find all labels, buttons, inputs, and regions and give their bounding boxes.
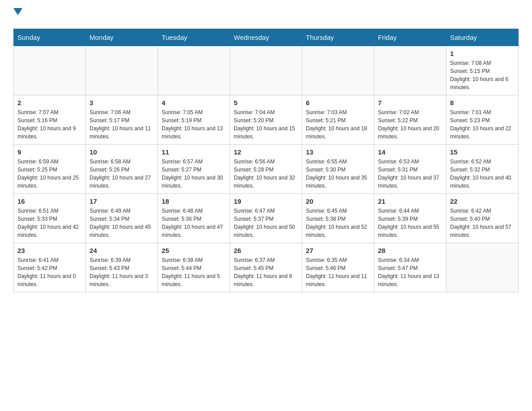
week-row-5: 23Sunrise: 6:41 AM Sunset: 5:42 PM Dayli…	[14, 243, 519, 292]
day-number: 19	[234, 197, 298, 205]
day-info: Sunrise: 7:04 AM Sunset: 5:20 PM Dayligh…	[234, 108, 298, 141]
page-header	[13, 9, 519, 20]
weekday-header-tuesday: Tuesday	[158, 29, 230, 46]
calendar-cell: 12Sunrise: 6:56 AM Sunset: 5:28 PM Dayli…	[230, 145, 302, 194]
day-info: Sunrise: 6:39 AM Sunset: 5:43 PM Dayligh…	[90, 256, 154, 288]
calendar-cell: 25Sunrise: 6:38 AM Sunset: 5:44 PM Dayli…	[158, 243, 230, 292]
day-number: 26	[234, 247, 298, 254]
day-number: 23	[17, 247, 82, 254]
day-info: Sunrise: 7:01 AM Sunset: 5:23 PM Dayligh…	[450, 108, 515, 141]
weekday-header-friday: Friday	[374, 29, 446, 46]
day-info: Sunrise: 6:55 AM Sunset: 5:30 PM Dayligh…	[306, 158, 370, 190]
day-info: Sunrise: 6:38 AM Sunset: 5:44 PM Dayligh…	[162, 256, 226, 288]
weekday-header-monday: Monday	[86, 29, 158, 46]
svg-marker-0	[13, 8, 22, 15]
day-info: Sunrise: 7:05 AM Sunset: 5:19 PM Dayligh…	[162, 108, 226, 141]
day-number: 10	[90, 148, 154, 156]
calendar-cell: 3Sunrise: 7:06 AM Sunset: 5:17 PM Daylig…	[86, 95, 158, 145]
week-row-4: 16Sunrise: 6:51 AM Sunset: 5:33 PM Dayli…	[14, 194, 519, 243]
day-number: 8	[450, 99, 515, 107]
calendar-cell: 28Sunrise: 6:34 AM Sunset: 5:47 PM Dayli…	[374, 243, 446, 292]
day-info: Sunrise: 7:06 AM Sunset: 5:17 PM Dayligh…	[90, 108, 154, 141]
calendar-cell	[158, 46, 230, 95]
calendar-cell	[86, 46, 158, 95]
day-number: 9	[17, 148, 82, 156]
calendar-cell: 7Sunrise: 7:02 AM Sunset: 5:22 PM Daylig…	[374, 95, 446, 145]
day-number: 20	[306, 197, 370, 205]
day-number: 2	[17, 99, 82, 107]
day-info: Sunrise: 6:41 AM Sunset: 5:42 PM Dayligh…	[17, 256, 82, 288]
day-info: Sunrise: 6:58 AM Sunset: 5:26 PM Dayligh…	[90, 158, 154, 190]
day-number: 14	[378, 148, 442, 156]
calendar-cell: 14Sunrise: 6:53 AM Sunset: 5:31 PM Dayli…	[374, 145, 446, 194]
day-number: 21	[378, 197, 442, 205]
calendar-cell: 8Sunrise: 7:01 AM Sunset: 5:23 PM Daylig…	[446, 95, 519, 145]
calendar-cell: 15Sunrise: 6:52 AM Sunset: 5:32 PM Dayli…	[446, 145, 519, 194]
day-info: Sunrise: 6:57 AM Sunset: 5:27 PM Dayligh…	[162, 158, 226, 190]
day-info: Sunrise: 6:52 AM Sunset: 5:32 PM Dayligh…	[450, 158, 515, 190]
day-info: Sunrise: 6:35 AM Sunset: 5:46 PM Dayligh…	[306, 256, 370, 288]
calendar-cell: 9Sunrise: 6:59 AM Sunset: 5:25 PM Daylig…	[14, 145, 86, 194]
day-number: 11	[162, 148, 226, 156]
calendar-cell: 5Sunrise: 7:04 AM Sunset: 5:20 PM Daylig…	[230, 95, 302, 145]
day-info: Sunrise: 6:53 AM Sunset: 5:31 PM Dayligh…	[378, 158, 442, 190]
day-info: Sunrise: 7:08 AM Sunset: 5:15 PM Dayligh…	[450, 59, 515, 91]
day-info: Sunrise: 7:07 AM Sunset: 5:16 PM Dayligh…	[17, 108, 82, 141]
calendar-cell: 6Sunrise: 7:03 AM Sunset: 5:21 PM Daylig…	[302, 95, 374, 145]
weekday-header-saturday: Saturday	[446, 29, 519, 46]
calendar-cell	[374, 46, 446, 95]
weekday-header-thursday: Thursday	[302, 29, 374, 46]
day-number: 28	[378, 247, 442, 254]
logo	[13, 9, 22, 20]
day-info: Sunrise: 6:42 AM Sunset: 5:40 PM Dayligh…	[450, 207, 515, 239]
calendar-cell: 10Sunrise: 6:58 AM Sunset: 5:26 PM Dayli…	[86, 145, 158, 194]
day-number: 18	[162, 197, 226, 205]
day-info: Sunrise: 6:45 AM Sunset: 5:38 PM Dayligh…	[306, 207, 370, 239]
day-number: 24	[90, 247, 154, 254]
day-info: Sunrise: 6:34 AM Sunset: 5:47 PM Dayligh…	[378, 256, 442, 288]
day-number: 16	[17, 197, 82, 205]
calendar-cell: 2Sunrise: 7:07 AM Sunset: 5:16 PM Daylig…	[14, 95, 86, 145]
day-number: 13	[306, 148, 370, 156]
day-number: 7	[378, 99, 442, 107]
calendar-cell: 17Sunrise: 6:49 AM Sunset: 5:34 PM Dayli…	[86, 194, 158, 243]
day-info: Sunrise: 7:03 AM Sunset: 5:21 PM Dayligh…	[306, 108, 370, 141]
logo-triangle-icon	[13, 8, 22, 17]
day-info: Sunrise: 6:47 AM Sunset: 5:37 PM Dayligh…	[234, 207, 298, 239]
day-info: Sunrise: 6:48 AM Sunset: 5:36 PM Dayligh…	[162, 207, 226, 239]
day-info: Sunrise: 6:49 AM Sunset: 5:34 PM Dayligh…	[90, 207, 154, 239]
calendar-cell: 24Sunrise: 6:39 AM Sunset: 5:43 PM Dayli…	[86, 243, 158, 292]
day-number: 12	[234, 148, 298, 156]
calendar-cell: 1Sunrise: 7:08 AM Sunset: 5:15 PM Daylig…	[446, 46, 519, 95]
calendar-cell: 4Sunrise: 7:05 AM Sunset: 5:19 PM Daylig…	[158, 95, 230, 145]
day-info: Sunrise: 6:44 AM Sunset: 5:39 PM Dayligh…	[378, 207, 442, 239]
week-row-1: 1Sunrise: 7:08 AM Sunset: 5:15 PM Daylig…	[14, 46, 519, 95]
calendar-cell	[446, 243, 519, 292]
calendar-table: SundayMondayTuesdayWednesdayThursdayFrid…	[13, 29, 519, 292]
calendar-cell: 23Sunrise: 6:41 AM Sunset: 5:42 PM Dayli…	[14, 243, 86, 292]
calendar-cell	[230, 46, 302, 95]
calendar-cell: 27Sunrise: 6:35 AM Sunset: 5:46 PM Dayli…	[302, 243, 374, 292]
day-info: Sunrise: 6:37 AM Sunset: 5:45 PM Dayligh…	[234, 256, 298, 288]
calendar-cell	[14, 46, 86, 95]
calendar-cell: 11Sunrise: 6:57 AM Sunset: 5:27 PM Dayli…	[158, 145, 230, 194]
calendar-cell: 13Sunrise: 6:55 AM Sunset: 5:30 PM Dayli…	[302, 145, 374, 194]
day-number: 4	[162, 99, 226, 107]
week-row-2: 2Sunrise: 7:07 AM Sunset: 5:16 PM Daylig…	[14, 95, 519, 145]
calendar-cell: 20Sunrise: 6:45 AM Sunset: 5:38 PM Dayli…	[302, 194, 374, 243]
day-number: 3	[90, 99, 154, 107]
day-number: 5	[234, 99, 298, 107]
day-number: 6	[306, 99, 370, 107]
day-number: 27	[306, 247, 370, 254]
calendar-cell: 19Sunrise: 6:47 AM Sunset: 5:37 PM Dayli…	[230, 194, 302, 243]
weekday-header-wednesday: Wednesday	[230, 29, 302, 46]
day-number: 17	[90, 197, 154, 205]
week-row-3: 9Sunrise: 6:59 AM Sunset: 5:25 PM Daylig…	[14, 145, 519, 194]
day-number: 25	[162, 247, 226, 254]
calendar-cell: 26Sunrise: 6:37 AM Sunset: 5:45 PM Dayli…	[230, 243, 302, 292]
day-info: Sunrise: 6:59 AM Sunset: 5:25 PM Dayligh…	[17, 158, 82, 190]
day-info: Sunrise: 6:51 AM Sunset: 5:33 PM Dayligh…	[17, 207, 82, 239]
weekday-header-sunday: Sunday	[14, 29, 86, 46]
day-info: Sunrise: 6:56 AM Sunset: 5:28 PM Dayligh…	[234, 158, 298, 190]
calendar-cell: 21Sunrise: 6:44 AM Sunset: 5:39 PM Dayli…	[374, 194, 446, 243]
